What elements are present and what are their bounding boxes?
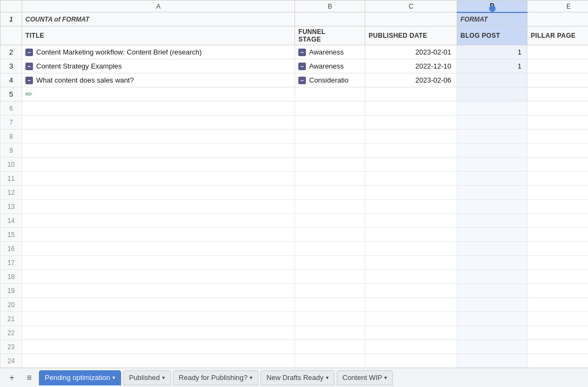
- empty-row: 6: [1, 101, 589, 116]
- tab-pending-optimization-chevron: ▾: [112, 375, 115, 381]
- row-2-pillar[interactable]: [527, 45, 589, 59]
- column-header-row: A B C D E: [1, 1, 589, 12]
- tab-ready-for-publishing-chevron: ▾: [250, 375, 252, 381]
- col-titles-row-num: [1, 26, 22, 45]
- row-3-date[interactable]: 2022-12-10: [365, 59, 457, 73]
- row-num-header: [1, 1, 22, 12]
- tab-published-chevron: ▾: [162, 375, 165, 381]
- formula-row-num: 1: [1, 12, 22, 26]
- empty-row: 8: [1, 130, 589, 144]
- tab-content-wip-label: Content WIP: [343, 374, 383, 382]
- row-2-blog-post[interactable]: 1: [457, 45, 527, 59]
- table-row: 3 − Content Strategy Examples − Awarenes…: [1, 59, 589, 73]
- tab-ready-for-publishing[interactable]: Ready for Publishing? ▾: [173, 370, 258, 385]
- col-header-a[interactable]: A: [22, 1, 295, 12]
- table-row: 2 − Content Marketing workflow: Content …: [1, 45, 589, 59]
- tab-pending-optimization-label: Pending optimization: [45, 374, 110, 382]
- formula-cell-b: [295, 12, 365, 26]
- empty-row: 17: [1, 256, 589, 270]
- empty-row: 14: [1, 214, 589, 228]
- row-3-funnel[interactable]: − Awareness: [295, 59, 365, 73]
- tab-new-drafts-ready-chevron: ▾: [326, 375, 329, 381]
- edit-cell-c: [365, 87, 457, 101]
- tab-published-label: Published: [129, 374, 160, 382]
- row-4-title[interactable]: − What content does sales want?: [22, 73, 295, 87]
- empty-row: 10: [1, 158, 589, 172]
- tab-ready-for-publishing-label: Ready for Publishing?: [179, 374, 248, 382]
- empty-row: 13: [1, 200, 589, 214]
- formula-row: 1 COUNTA of FORMAT FORMAT: [1, 12, 589, 26]
- row-3-num: 3: [1, 59, 22, 73]
- edit-row: 5 ✏: [1, 87, 589, 101]
- empty-row: 19: [1, 284, 589, 298]
- col-title-c[interactable]: PUBLISHED DATE: [365, 26, 457, 45]
- empty-row: 23: [1, 340, 589, 354]
- empty-row: 7: [1, 116, 589, 130]
- row-4-funnel-icon[interactable]: −: [298, 77, 306, 84]
- row-3-blog-post[interactable]: 1: [457, 59, 527, 73]
- empty-row: 12: [1, 186, 589, 200]
- edit-cell-b: [295, 87, 365, 101]
- empty-row: 20: [1, 298, 589, 312]
- empty-row: 22: [1, 326, 589, 340]
- row-4-blog-post[interactable]: [457, 73, 527, 87]
- empty-row: 24: [1, 354, 589, 368]
- formula-cell-a[interactable]: COUNTA of FORMAT: [22, 12, 295, 26]
- add-sheet-button[interactable]: +: [4, 370, 19, 385]
- tabs-bar: + ≡ Pending optimization ▾ Published ▾ R…: [0, 368, 588, 387]
- sheets-menu-button[interactable]: ≡: [22, 370, 37, 385]
- formula-cell-d[interactable]: FORMAT: [457, 12, 527, 26]
- col-titles-row: TITLE FUNNEL STAGE PUBLISHED DATE Blog P…: [1, 26, 589, 45]
- edit-cell[interactable]: ✏: [22, 87, 295, 101]
- formula-cell-e: [527, 12, 589, 26]
- empty-row: 11: [1, 172, 589, 186]
- edit-pencil-icon[interactable]: ✏: [25, 90, 32, 99]
- empty-row: 21: [1, 312, 589, 326]
- empty-row: 9: [1, 144, 589, 158]
- edit-row-num: 5: [1, 87, 22, 101]
- col-header-b[interactable]: B: [295, 1, 365, 12]
- row-2-date[interactable]: 2023-02-01: [365, 45, 457, 59]
- row-2-collapse-icon[interactable]: −: [25, 49, 33, 56]
- col-title-b: FUNNEL STAGE: [295, 26, 365, 45]
- empty-row: 18: [1, 270, 589, 284]
- tab-new-drafts-ready-label: New Drafts Ready: [266, 374, 323, 382]
- row-4-date[interactable]: 2023-02-06: [365, 73, 457, 87]
- row-3-collapse-icon[interactable]: −: [25, 63, 33, 70]
- grid-area: A B C D E 1 COUNTA of FORMAT FORMAT: [0, 0, 588, 368]
- tab-new-drafts-ready[interactable]: New Drafts Ready ▾: [260, 370, 334, 385]
- col-title-a[interactable]: TITLE: [22, 26, 295, 45]
- empty-row: 16: [1, 242, 589, 256]
- spreadsheet-table: A B C D E 1 COUNTA of FORMAT FORMAT: [0, 0, 588, 368]
- row-2-funnel-icon[interactable]: −: [298, 49, 306, 56]
- col-title-d: Blog Post: [457, 26, 527, 45]
- col-header-c[interactable]: C: [365, 1, 457, 12]
- tab-published[interactable]: Published ▾: [123, 370, 171, 385]
- col-header-d[interactable]: D: [457, 1, 527, 12]
- spreadsheet: A B C D E 1 COUNTA of FORMAT FORMAT: [0, 0, 588, 387]
- col-title-e[interactable]: Pillar Page: [527, 26, 589, 45]
- col-header-e[interactable]: E: [527, 1, 589, 12]
- row-4-collapse-icon[interactable]: −: [25, 77, 33, 84]
- tab-content-wip-chevron: ▾: [384, 375, 387, 381]
- row-3-funnel-icon[interactable]: −: [298, 63, 306, 70]
- row-3-title[interactable]: − Content Strategy Examples: [22, 59, 295, 73]
- row-4-pillar[interactable]: 1: [527, 73, 589, 87]
- empty-row: 15: [1, 228, 589, 242]
- formula-cell-c: [365, 12, 457, 26]
- edit-cell-d: [457, 87, 527, 101]
- row-2-title[interactable]: − Content Marketing workflow: Content Br…: [22, 45, 295, 59]
- row-4-num: 4: [1, 73, 22, 87]
- table-row: 4 − What content does sales want? − Cons…: [1, 73, 589, 87]
- tab-content-wip[interactable]: Content WIP ▾: [337, 370, 393, 385]
- row-4-funnel[interactable]: − Consideratio: [295, 73, 365, 87]
- row-3-pillar[interactable]: [527, 59, 589, 73]
- tab-pending-optimization[interactable]: Pending optimization ▾: [39, 370, 121, 385]
- edit-cell-e: [527, 87, 589, 101]
- row-2-funnel[interactable]: − Awareness: [295, 45, 365, 59]
- row-2-num: 2: [1, 45, 22, 59]
